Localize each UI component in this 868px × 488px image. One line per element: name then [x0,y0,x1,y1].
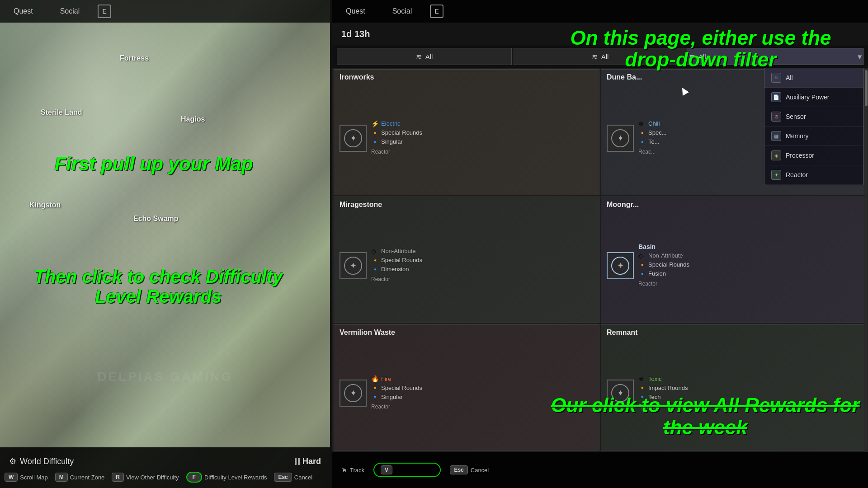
map-label-echo-swamp: Echo Swamp [133,215,179,223]
map-label-hagios: Hagios [181,115,205,123]
filter-btn-2[interactable]: ≋ All [513,48,688,65]
moongrove-stat-1: 🔸 Special Rounds [638,261,861,268]
vermilion-reactor-symbol [344,384,362,402]
dropdown-label-reactor: Reactor [786,171,808,178]
moongrove-header: Moongr... [601,197,866,211]
label-cancel-left: Cancel [294,474,312,481]
bottom-bar-left: ⚙ World Difficulty Hard W Scroll Map M C… [0,447,330,488]
reactor-card-ironworks[interactable]: Ironworks ⚡ Electric 🔸 Special Rounds [334,69,599,195]
remnant-stat-2: 🔹 Tech [638,393,861,400]
moongrove-type-label: Non-Attribute [648,252,683,259]
bullet-icon-m2: 🔹 [371,266,378,273]
moongrove-stat-label-1: Special Rounds [648,261,689,268]
overlay-click-check: Then click to check Difficulty Level Rew… [18,267,298,306]
ironworks-header: Ironworks [334,70,599,83]
vermilion-stat-1: 🔸 Special Rounds [371,384,594,391]
filter-btn-1[interactable]: ≋ All [337,48,512,65]
dropdown-item-sensor[interactable]: ⊙ Sensor [764,107,863,127]
miragestone-stat-label-1: Special Rounds [381,257,422,263]
dropdown-icon-processor: ◈ [771,150,781,160]
reactor-card-vermilion[interactable]: Vermilion Waste 🔥 Fire 🔸 Special Rounds [334,324,599,450]
all-rewards-keybind[interactable]: V All Rewards [373,463,441,477]
reactor-card-miragestone[interactable]: Miragestone ◇ Non-Attribute 🔸 Special Ro… [334,197,599,323]
key-f-highlight[interactable]: F [186,472,202,483]
vermilion-type-label: Fire [381,375,391,382]
label-current-zone: Current Zone [70,474,105,481]
nav-tab-social-left[interactable]: Social [47,0,94,23]
keybind-scroll-map: W Scroll Map [5,473,48,482]
cancel-label-right: Cancel [471,467,489,474]
filter-btn-3[interactable]: ≋ All ▼ [689,48,863,65]
nav-e-btn-right[interactable]: E [430,5,443,18]
key-v[interactable]: V [381,465,392,474]
map-label-kingston: Kingston [29,201,61,209]
world-difficulty-label: ⚙ World Difficulty [9,456,74,466]
dunebas-reactor-symbol [611,129,629,147]
timer-text: 1d 13h [341,29,370,39]
miragestone-reactor-symbol [344,257,362,275]
mouse-icon: 🖱 [341,467,347,474]
nav-tab-quest-left[interactable]: Quest [0,0,47,23]
dropdown-item-all[interactable]: ≋ All [764,68,863,88]
chill-icon: ❄ [638,120,646,127]
pause-icon [295,458,300,465]
world-difficulty-text: World Difficulty [20,457,74,466]
keybind-row-left: W Scroll Map M Current Zone R View Other… [0,472,330,483]
remnant-name: Remnant [607,328,637,336]
key-esc-right[interactable]: Esc [450,465,467,474]
miragestone-reactor-type: Reactor [371,275,594,284]
vermilion-stat-type: 🔥 Fire [371,375,594,382]
dropdown-icon-sensor: ⊙ [771,112,781,122]
miragestone-name: Miragestone [340,201,382,208]
nav-tab-quest-right[interactable]: Quest [332,0,379,23]
hard-badge: Hard [295,457,321,466]
map-label-fortress: Fortress [120,54,149,62]
vermilion-reactor-type: Reactor [371,402,594,411]
moongrove-stat-2: 🔹 Fusion [638,270,861,277]
moongrove-stat-label-2: Fusion [648,270,666,277]
toxic-icon: ☣ [638,375,646,382]
dropdown-item-reactor[interactable]: ✦ Reactor [764,165,863,185]
filter-icon-3: ≋ [689,52,695,61]
bullet-icon-2: 🔹 [371,138,378,145]
bullet-icon-mg2: 🔹 [638,270,646,277]
ironworks-stats: ⚡ Electric 🔸 Special Rounds 🔹 Singular R… [371,120,594,156]
dunebas-icon-box [607,125,634,152]
reactor-card-moongrove[interactable]: Moongr... Basin ◇ Non-Attribute 🔸 [601,197,867,323]
nav-tab-social-right[interactable]: Social [379,0,426,23]
dropdown-icon-reactor: ✦ [771,170,781,180]
dropdown-item-auxiliary[interactable]: 📄 Auxiliary Power [764,88,863,107]
bullet-icon-d2: 🔹 [638,138,646,145]
dropdown-item-memory[interactable]: ▦ Memory [764,127,863,146]
filter-label-3: All [698,53,706,61]
moongrove-name: Moongr... [607,201,639,208]
basin-label-row: Basin [638,243,861,250]
moongrove-reactor-type: Reactor [638,279,861,288]
overlay-pull-map: First pull up your Map [18,154,289,174]
remnant-icon-box [607,380,634,407]
top-nav-right: Quest Social E [332,0,868,23]
fire-icon: 🔥 [371,375,378,382]
nav-e-btn-left[interactable]: E [98,5,111,18]
bullet-icon-r1: 🔸 [638,384,646,391]
keybind-difficulty-rewards[interactable]: F Difficulty Level Rewards [186,472,267,483]
gear-icon: ⚙ [9,456,16,466]
remnant-stat-label-1: Impact Rounds [648,385,688,391]
dropdown-icon-memory: ▦ [771,131,781,141]
left-panel: Fortress Sterile Land Hagios Kingston Ec… [0,0,330,488]
map-label-sterile-land: Sterile Land [41,108,82,117]
vermilion-stats: 🔥 Fire 🔸 Special Rounds 🔹 Singular React… [371,375,594,411]
electric-icon: ⚡ [371,120,378,127]
remnant-type-label: Toxic [648,375,662,382]
map-watermark: DELPIAS GAMING [97,370,233,384]
vermilion-content: 🔥 Fire 🔸 Special Rounds 🔹 Singular React… [334,338,599,450]
non-attr-icon-mg: ◇ [638,252,646,259]
track-label: Track [350,467,364,474]
reactor-card-remnant[interactable]: Remnant ☣ Toxic 🔸 Impact Rounds [601,324,867,450]
dropdown-menu[interactable]: ≋ All 📄 Auxiliary Power ⊙ Sensor ▦ Memor… [764,68,863,185]
key-w: W [5,473,18,482]
dropdown-item-processor[interactable]: ◈ Processor [764,146,863,165]
vermilion-name: Vermilion Waste [340,328,395,336]
bbr-cancel-item: Esc Cancel [450,465,489,474]
dunebas-stat-label-1: Spec... [648,129,666,136]
